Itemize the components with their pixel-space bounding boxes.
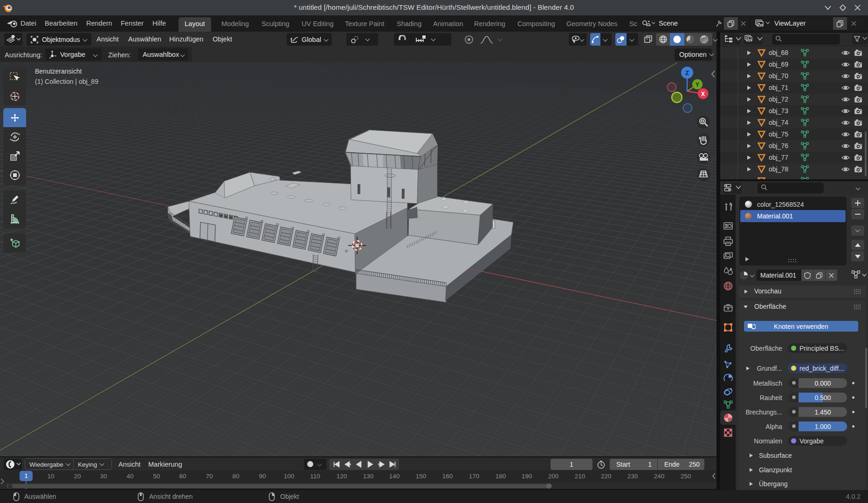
svg-text:Benutzeransicht: Benutzeransicht [35,68,82,75]
svg-text:Z: Z [685,69,689,76]
svg-text:Y: Y [696,82,699,88]
svg-text:X: X [701,91,705,97]
svg-text:(1) Collection | obj_89: (1) Collection | obj_89 [35,78,98,85]
